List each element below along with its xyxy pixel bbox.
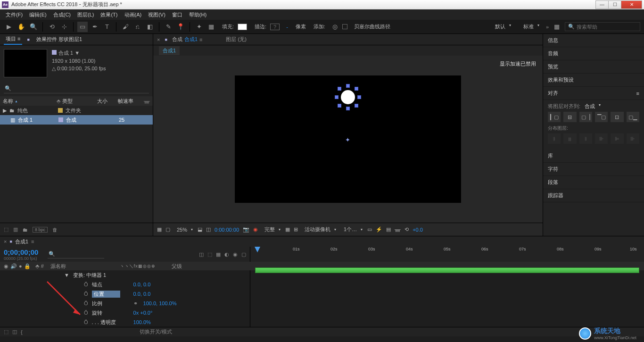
tab-project[interactable]: 项目 ≡ (4, 34, 22, 45)
minimize-button[interactable]: — (595, 0, 609, 9)
comp-thumbnail[interactable] (4, 49, 47, 77)
col-source-name[interactable]: 源名称 (50, 263, 66, 270)
world-axis-icon[interactable]: ▦ (206, 22, 216, 32)
guides-icon[interactable]: ▦ (285, 226, 290, 233)
flowchart-icon[interactable]: ᚄ (395, 226, 401, 233)
panel-audio[interactable]: 音频 (543, 47, 644, 60)
workspace-more-icon[interactable]: » (546, 24, 549, 30)
stopwatch-icon[interactable]: Ŏ (84, 291, 88, 297)
toggle-switches-icon[interactable]: ⬚ (4, 329, 8, 335)
help-search[interactable]: 🔍 (565, 22, 640, 31)
selection-tool-icon[interactable]: ▶ (4, 22, 14, 32)
prop-rotation[interactable]: 旋转 (92, 309, 120, 317)
composition-canvas[interactable]: ✦ (235, 75, 461, 203)
brush-tool-icon[interactable]: 🖌 (120, 22, 131, 32)
align-left-icon[interactable]: ▎▢ (548, 112, 561, 122)
pixel-aspect-icon[interactable]: ▭ (367, 226, 372, 233)
bpc-button[interactable]: 8 bpc (33, 227, 48, 233)
tab-composition[interactable]: 合成 合成1 ≡ (172, 36, 203, 43)
res-half-icon[interactable]: ⬓ (198, 226, 202, 233)
align-bottom-icon[interactable]: ▢▁ (627, 112, 639, 122)
exposure-value[interactable]: +0.0 (413, 227, 423, 233)
fast-preview-icon[interactable]: ⚡ (376, 226, 382, 233)
stopwatch-icon[interactable]: Ŏ (84, 310, 88, 316)
local-axis-icon[interactable]: ✦ (194, 22, 204, 32)
fill-label[interactable]: 填充: (222, 23, 234, 30)
panel-library[interactable]: 库 (543, 150, 644, 163)
grid-icon[interactable]: ⊞ (294, 226, 298, 233)
zoom-dropdown[interactable]: 25% (174, 226, 194, 234)
interpret-icon[interactable]: ⬚ (4, 226, 8, 233)
tag-icon[interactable]: ⬘ (57, 98, 60, 104)
col-size[interactable]: 大小 (97, 98, 116, 105)
camera-dropdown[interactable]: 活动摄像机 (302, 225, 337, 234)
roto-tool-icon[interactable]: ✎ (163, 22, 173, 32)
hand-tool-icon[interactable]: ✋ (16, 22, 26, 32)
prop-scale[interactable]: 比例 (92, 300, 120, 307)
help-search-input[interactable] (577, 24, 637, 30)
flowchart-icon[interactable]: ᚄ (144, 98, 150, 104)
stroke-label[interactable]: 描边: (255, 23, 266, 30)
graph-editor-icon[interactable]: ◉ (233, 251, 238, 258)
prop-anchor[interactable]: 锚点 (92, 281, 120, 288)
menu-composition[interactable]: 合成(C) (50, 10, 74, 19)
snapshot-icon[interactable]: 📷 (243, 226, 249, 233)
col-type[interactable]: 类型 (62, 98, 95, 105)
fill-swatch[interactable] (238, 24, 247, 30)
col-parent[interactable]: 父级 (172, 263, 182, 270)
panel-tracker[interactable]: 跟踪器 (543, 189, 644, 202)
align-hcenter-icon[interactable]: ⊟ (563, 112, 576, 122)
prop-opacity[interactable]: . . . 透明度 (92, 319, 120, 326)
menu-effect[interactable]: 效果(T) (98, 10, 120, 19)
brace-icon[interactable]: { (21, 329, 23, 335)
workspace-default[interactable]: 默认 (492, 22, 512, 31)
menu-edit[interactable]: 编辑(E) (26, 10, 50, 19)
panel-preview[interactable]: 预览 (543, 60, 644, 74)
playhead-icon[interactable] (255, 247, 260, 252)
audio-col-icon[interactable]: 🔊 (10, 263, 17, 269)
timeline-timecode[interactable]: 0;00;00;00 (4, 248, 38, 256)
pen-tool-icon[interactable]: ✒ (90, 22, 100, 32)
puppet-tool-icon[interactable]: 📍 (175, 22, 186, 32)
menu-help[interactable]: 帮助(H) (186, 10, 209, 19)
menu-file[interactable]: 文件(F) (3, 10, 25, 19)
project-search-input[interactable] (13, 86, 148, 92)
eye-col-icon[interactable]: ◉ (4, 263, 8, 269)
project-row-solid[interactable]: ▶🖿 纯色 文件夹 (0, 106, 153, 115)
close-button[interactable]: ✕ (621, 0, 642, 9)
prop-position[interactable]: 位置 (92, 291, 120, 298)
tab-close-icon[interactable]: × (157, 37, 160, 42)
stopwatch-icon[interactable]: Ŏ (84, 319, 88, 325)
anchor-point-icon[interactable]: ✦ (345, 136, 350, 143)
align-top-icon[interactable]: ▔▢ (595, 112, 608, 122)
pan-behind-tool-icon[interactable]: ⊹ (59, 22, 69, 32)
tab-effect-controls[interactable]: 效果控件 形状图层1 (34, 34, 84, 44)
orbit-tool-icon[interactable]: ⟲ (47, 22, 57, 32)
trash-icon[interactable]: 🗑 (52, 227, 58, 233)
comp-subtab[interactable]: 合成1 (159, 46, 180, 55)
maximize-button[interactable]: ☐ (608, 0, 621, 9)
workspace-standard[interactable]: 标准 (520, 22, 540, 31)
timeline-icon[interactable]: ▤ (386, 226, 391, 233)
bezier-checkbox[interactable] (342, 24, 347, 29)
menu-layer[interactable]: 图层(L) (74, 10, 97, 19)
type-tool-icon[interactable]: T (102, 22, 112, 32)
add-target-icon[interactable]: ◎ (330, 22, 340, 32)
mask-icon[interactable]: ▢ (165, 226, 170, 233)
panels-icon[interactable]: ▦ (552, 22, 562, 32)
label-col-icon[interactable]: ⬘ (35, 263, 39, 269)
stopwatch-icon[interactable]: Ŏ (84, 300, 88, 306)
align-to-dropdown[interactable]: 合成 (582, 102, 602, 110)
panel-info[interactable]: 信息 (543, 34, 644, 47)
stopwatch-icon[interactable]: Ŏ (84, 282, 88, 287)
toggle-switches-button[interactable]: 切换开关/模式 (140, 328, 172, 335)
solo-col-icon[interactable]: ● (19, 263, 22, 269)
zoom-tool-icon[interactable]: 🔍 (28, 22, 39, 32)
stroke-swatch[interactable]: ? (270, 24, 280, 30)
align-right-icon[interactable]: ▢▕ (579, 112, 592, 122)
clone-tool-icon[interactable]: ⎌ (132, 22, 143, 32)
menu-animation[interactable]: 动画(A) (122, 10, 145, 19)
draft3d-icon[interactable]: ▢ (241, 251, 246, 258)
panel-effects-presets[interactable]: 效果和预设 (543, 74, 644, 87)
menu-view[interactable]: 视图(V) (145, 10, 168, 19)
